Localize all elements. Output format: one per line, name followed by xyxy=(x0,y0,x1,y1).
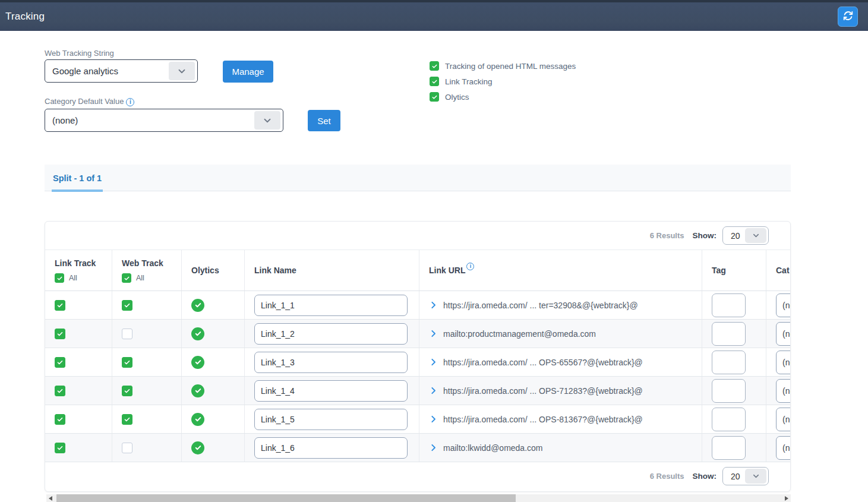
olytics-check-icon xyxy=(191,327,204,340)
refresh-button[interactable] xyxy=(838,7,858,27)
olytics-check-icon xyxy=(191,356,204,369)
scroll-right-arrow[interactable] xyxy=(782,494,791,502)
page-size-value: 20 xyxy=(731,231,745,241)
category-select[interactable]: (none) xyxy=(776,436,791,460)
tag-input[interactable] xyxy=(712,379,746,403)
tag-input[interactable] xyxy=(712,351,746,374)
checkbox-tracking-opened-html[interactable] xyxy=(430,61,439,71)
toggle-olytics[interactable]: Olytics xyxy=(430,92,469,102)
category-select[interactable]: (none) xyxy=(776,379,791,403)
table-row: https://jira.omeda.com/ ... ter=32908&@{… xyxy=(45,291,791,320)
checkbox-link-tracking[interactable] xyxy=(430,77,439,86)
chevron-right-icon[interactable] xyxy=(429,329,438,338)
horizontal-scrollbar[interactable] xyxy=(46,494,791,502)
scroll-left-arrow[interactable] xyxy=(46,494,55,502)
info-icon[interactable] xyxy=(466,263,474,270)
link-name-cell xyxy=(245,320,419,348)
web-track-checkbox[interactable] xyxy=(122,443,132,453)
category-cell: (none) xyxy=(766,291,791,319)
category-select[interactable]: (none) xyxy=(776,322,791,346)
refresh-icon xyxy=(842,10,854,24)
web-track-checkbox[interactable] xyxy=(122,386,132,396)
tag-input[interactable] xyxy=(712,436,746,460)
info-icon[interactable] xyxy=(126,98,134,106)
tag-cell xyxy=(702,348,766,376)
link-name-input[interactable] xyxy=(254,380,408,402)
toggle-label: Tracking of opened HTML messages xyxy=(445,62,576,71)
tag-input[interactable] xyxy=(712,322,746,346)
web-tracking-string-value: Google analytics xyxy=(52,66,169,76)
link-track-checkbox[interactable] xyxy=(55,329,65,339)
show-label: Show: xyxy=(693,472,717,481)
tag-input[interactable] xyxy=(712,408,746,431)
toggle-label: Link Tracking xyxy=(445,77,493,86)
link-track-checkbox[interactable] xyxy=(55,386,65,396)
link-url-text: https://jira.omeda.com/ ... ter=32908&@{… xyxy=(443,301,638,310)
select-all-link-track-checkbox[interactable] xyxy=(55,273,64,283)
category-cell: (none) xyxy=(766,348,791,376)
triangle-left-icon xyxy=(49,496,52,501)
web-track-cell xyxy=(112,291,182,319)
link-track-checkbox[interactable] xyxy=(55,443,65,453)
tag-input[interactable] xyxy=(712,293,746,317)
web-tracking-string-select[interactable]: Google analytics xyxy=(45,59,198,83)
results-bar-bottom: 6 Results Show: 20 xyxy=(45,462,790,490)
column-header-link-track: Link Track All xyxy=(45,250,112,291)
category-select[interactable]: (none) xyxy=(776,408,791,431)
top-header-bar: Tracking xyxy=(0,0,868,31)
column-title: Link Track xyxy=(55,258,112,268)
web-track-cell xyxy=(112,405,182,433)
link-track-cell xyxy=(45,320,112,348)
link-name-input[interactable] xyxy=(254,409,408,430)
link-track-cell xyxy=(45,377,112,405)
tag-cell xyxy=(702,377,766,405)
chevron-right-icon[interactable] xyxy=(429,301,438,310)
set-button[interactable]: Set xyxy=(308,110,340,131)
tag-cell xyxy=(702,405,766,433)
link-name-cell xyxy=(245,434,419,462)
link-name-input[interactable] xyxy=(254,437,408,459)
link-track-cell xyxy=(45,348,112,376)
checkbox-olytics[interactable] xyxy=(430,92,439,102)
results-count: 6 Results xyxy=(650,472,684,481)
chevron-right-icon[interactable] xyxy=(429,415,438,424)
table-header-row: Link Track All Web Track All O xyxy=(45,250,791,291)
scrollbar-thumb[interactable] xyxy=(56,494,516,502)
tracking-table-panel: 6 Results Show: 20 Link Track All Web Tr… xyxy=(45,221,791,492)
olytics-check-icon xyxy=(191,384,204,397)
select-all-web-track-checkbox[interactable] xyxy=(122,273,131,283)
link-track-checkbox[interactable] xyxy=(55,300,65,311)
web-track-checkbox[interactable] xyxy=(122,329,132,339)
web-track-checkbox[interactable] xyxy=(122,357,132,368)
link-name-input[interactable] xyxy=(254,295,408,316)
page-size-select[interactable]: 20 xyxy=(722,226,769,245)
toggle-tracking-opened-html[interactable]: Tracking of opened HTML messages xyxy=(430,61,576,71)
page-size-select[interactable]: 20 xyxy=(722,467,769,485)
chevron-right-icon[interactable] xyxy=(429,386,438,395)
tab-split-1-of-1[interactable]: Split - 1 of 1 xyxy=(52,165,103,191)
column-title: Cat xyxy=(776,266,790,275)
category-cell: (none) xyxy=(766,405,791,433)
category-default-value: (none) xyxy=(52,115,254,125)
link-name-input[interactable] xyxy=(254,352,408,373)
category-select[interactable]: (none) xyxy=(776,351,791,374)
chevron-down-icon xyxy=(745,469,766,484)
toggle-link-tracking[interactable]: Link Tracking xyxy=(430,77,493,86)
chevron-down-icon xyxy=(745,228,766,243)
web-track-checkbox[interactable] xyxy=(122,300,132,311)
chevron-down-icon xyxy=(169,62,195,80)
manage-button[interactable]: Manage xyxy=(223,61,273,83)
chevron-right-icon[interactable] xyxy=(429,443,438,452)
link-name-input[interactable] xyxy=(254,323,408,345)
link-track-checkbox[interactable] xyxy=(55,357,65,368)
link-url-text: https://jira.omeda.com/ ... OPS-65567?@{… xyxy=(443,358,643,367)
category-cell: (none) xyxy=(766,434,791,462)
column-title: Olytics xyxy=(191,266,219,275)
category-select[interactable]: (none) xyxy=(776,293,791,317)
web-track-checkbox[interactable] xyxy=(122,414,132,425)
web-track-cell xyxy=(112,348,182,376)
table-body: https://jira.omeda.com/ ... ter=32908&@{… xyxy=(45,291,791,462)
category-default-value-select[interactable]: (none) xyxy=(45,109,283,132)
chevron-right-icon[interactable] xyxy=(429,358,438,367)
link-track-checkbox[interactable] xyxy=(55,414,65,425)
